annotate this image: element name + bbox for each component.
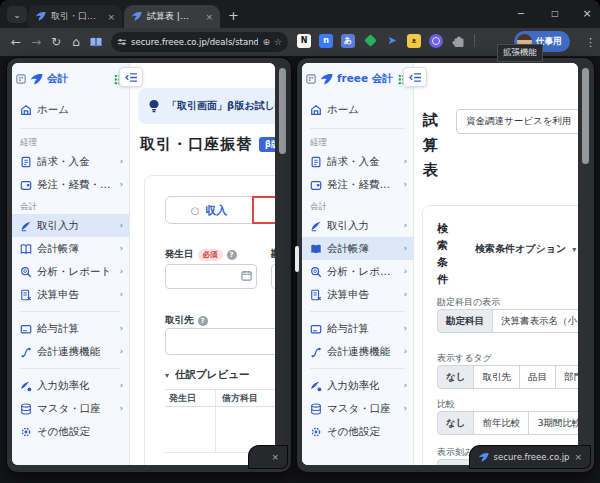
- diamond-extension-icon[interactable]: [363, 34, 377, 48]
- window-drag-handle[interactable]: [295, 246, 299, 272]
- browser-tab-strip: ⌄ 取引・口… × 試算表 |… × + − □ ×: [0, 0, 600, 28]
- income-radio-button[interactable]: ○ 収入: [165, 196, 253, 224]
- lightning-extension-icon[interactable]: ➤: [385, 34, 399, 48]
- yellow-extension-icon[interactable]: ᴥ: [407, 34, 421, 48]
- sidebar-item-ledgers[interactable]: 会計帳簿›: [12, 237, 129, 260]
- wallet-icon: [20, 179, 32, 191]
- segment-tag-none[interactable]: なし: [437, 365, 474, 389]
- sidebar-item-payroll[interactable]: 給与計算›: [302, 317, 413, 340]
- divider: [310, 311, 405, 312]
- left-window-scrollbar[interactable]: [278, 68, 287, 460]
- sidebar-item-billing[interactable]: 請求・入金›: [12, 150, 129, 173]
- sidebar-item-home[interactable]: ホーム: [302, 97, 413, 123]
- freee-favicon: [131, 11, 142, 22]
- divider: [20, 311, 121, 312]
- beta-trial-banner[interactable]: 「取引画面」β版お試し中 ⇄: [138, 88, 275, 124]
- segment-tag-department[interactable]: 部門: [555, 365, 578, 389]
- tab-close-icon[interactable]: ×: [205, 12, 213, 22]
- sidebar-item-master-accounts[interactable]: マスタ・口座›: [302, 397, 413, 420]
- journal-preview-toggle[interactable]: ▾ 仕訳プレビュー: [165, 368, 250, 382]
- freee-logo[interactable]: 会計: [12, 63, 129, 95]
- site-toast[interactable]: secure.freee.co.jp ×: [470, 446, 590, 468]
- new-tab-button[interactable]: +: [228, 8, 239, 23]
- ring-extension-icon[interactable]: [429, 34, 443, 48]
- back-icon[interactable]: ←: [6, 35, 26, 49]
- sidebar-item-home[interactable]: ホーム: [12, 97, 129, 123]
- help-icon[interactable]: ?: [227, 250, 237, 260]
- sidebar-item-reports[interactable]: 分析・レポート›: [12, 260, 129, 283]
- sidebar-item-transaction-entry[interactable]: 取引入力›: [302, 214, 413, 237]
- sidebar-item-ledgers[interactable]: 会計帳簿›: [302, 237, 413, 260]
- search-conditions-title: 検索条件: [437, 220, 450, 288]
- window-close-button[interactable]: ×: [576, 3, 598, 23]
- sidebar-collapse-button[interactable]: [119, 67, 143, 87]
- translate-extension-icon[interactable]: あ: [341, 34, 355, 48]
- section-label-kaikei: 会計: [12, 198, 129, 214]
- extensions-puzzle-icon[interactable]: [451, 33, 466, 48]
- column-date: 発生日: [165, 392, 215, 405]
- window-minimize-button[interactable]: −: [510, 3, 532, 23]
- window-maximize-button[interactable]: □: [544, 3, 566, 23]
- sidebar-item-billing[interactable]: 請求・入金›: [302, 150, 413, 173]
- sidebar-item-tax-filing[interactable]: 決算申告›: [302, 283, 413, 306]
- segment-statement-name[interactable]: 決算書表示名（小カ: [492, 309, 578, 333]
- home-icon[interactable]: ⌂: [66, 35, 86, 49]
- forward-icon[interactable]: →: [26, 35, 46, 49]
- sidebar-item-integrations[interactable]: 会計連携機能›: [12, 340, 129, 363]
- segment-account[interactable]: 勘定科目: [437, 309, 493, 333]
- journal-preview-table: 発生日 借方科目: [165, 389, 275, 453]
- help-icon[interactable]: ?: [198, 316, 208, 326]
- browser-tab-trial-balance[interactable]: 試算表 |… ×: [124, 5, 220, 28]
- freee-swallow-icon: [319, 73, 334, 86]
- segment-compare-prev-year[interactable]: 前年比較: [473, 411, 529, 435]
- expense-radio-button[interactable]: ○ 支出: [252, 196, 275, 224]
- reload-icon[interactable]: ↻: [46, 35, 66, 49]
- toolbar-separator: [474, 34, 475, 47]
- tab-close-icon[interactable]: ×: [107, 12, 115, 22]
- segment-interval-monthly[interactable]: 月次: [437, 459, 474, 465]
- notes-extension-icon[interactable]: n: [319, 34, 333, 48]
- notion-extension-icon[interactable]: N: [297, 34, 311, 48]
- toast-close-icon[interactable]: ×: [574, 452, 582, 462]
- segment-compare-none[interactable]: なし: [437, 411, 474, 435]
- bookmark-star-icon[interactable]: ☆: [274, 37, 282, 47]
- sidebar-item-transaction-entry[interactable]: 取引入力›: [12, 214, 129, 237]
- browser-menu-icon[interactable]: ⋮: [585, 36, 596, 49]
- pen-gear-icon: [20, 380, 32, 392]
- sidebar-item-payroll[interactable]: 給与計算›: [12, 317, 129, 340]
- segment-tag-partner[interactable]: 取引先: [473, 365, 520, 389]
- partner-input[interactable]: [165, 328, 275, 355]
- sidebar-item-tax-filing[interactable]: 決算申告›: [12, 283, 129, 306]
- freee-logo[interactable]: freee 会計: [302, 63, 413, 95]
- sidebar-item-input-efficiency[interactable]: 入力効率化›: [12, 374, 129, 397]
- sidebar-collapse-button[interactable]: [403, 67, 427, 87]
- book-icon: [310, 243, 322, 255]
- segment-tag-item[interactable]: 品目: [519, 365, 556, 389]
- segment-compare-3-periods[interactable]: 3期間比較: [528, 411, 578, 435]
- site-info-icon[interactable]: [117, 37, 127, 47]
- toast-close-icon[interactable]: ×: [271, 452, 279, 462]
- reading-list-icon[interactable]: [89, 36, 103, 48]
- calendar-icon[interactable]: [241, 270, 252, 281]
- browser-tab-deals[interactable]: 取引・口… ×: [28, 5, 122, 28]
- funding-service-button[interactable]: 資金調達サービスを利用: [456, 109, 578, 134]
- right-window-scrollbar[interactable]: [581, 68, 590, 460]
- sidebar-item-reports[interactable]: 分析・レポート›: [302, 260, 413, 283]
- sidebar-item-master-accounts[interactable]: マスタ・口座›: [12, 397, 129, 420]
- sidebar-item-orders[interactable]: 発注・経費・…›: [12, 173, 129, 196]
- sidebar-item-integrations[interactable]: 会計連携機能›: [302, 340, 413, 363]
- zoom-icon[interactable]: ⊕: [262, 37, 270, 47]
- address-bar[interactable]: secure.freee.co.jp/deals/standards ⊕ ☆: [111, 32, 288, 52]
- brand-label: 会計: [47, 72, 68, 86]
- tab-list-button[interactable]: ⌄: [7, 6, 27, 23]
- sidebar-item-other-settings[interactable]: その他設定: [302, 420, 413, 443]
- sidebar-item-orders[interactable]: 発注・経費・…›: [302, 173, 413, 196]
- gear-icon: [20, 426, 32, 438]
- card-icon: [20, 323, 32, 335]
- left-main-content: 「取引画面」β版お試し中 ⇄ 取引・口座振替 β版 ○ 収入 ○: [130, 63, 275, 465]
- sidebar-item-input-efficiency[interactable]: 入力効率化›: [302, 374, 413, 397]
- account-input[interactable]: [271, 264, 275, 289]
- left-site-toast[interactable]: ×: [249, 446, 287, 468]
- sidebar-item-other-settings[interactable]: その他設定: [12, 420, 129, 443]
- search-options-dropdown[interactable]: 検索条件オプション ▾: [475, 242, 576, 256]
